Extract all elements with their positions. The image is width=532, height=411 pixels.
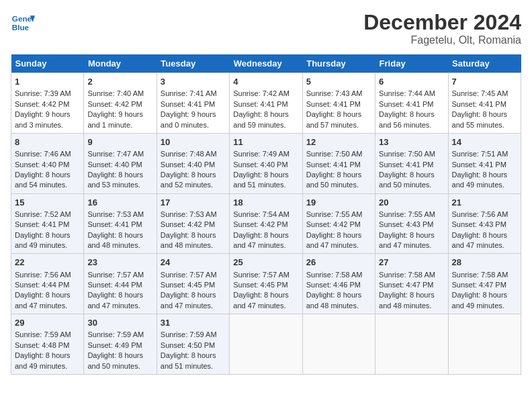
table-row bbox=[448, 314, 521, 375]
table-row: 5Sunrise: 7:43 AMSunset: 4:41 PMDaylight… bbox=[302, 73, 375, 134]
sunrise-text: Sunrise: 7:59 AM bbox=[87, 330, 144, 338]
table-row: 10Sunrise: 7:48 AMSunset: 4:40 PMDayligh… bbox=[157, 133, 229, 193]
sunset-text: Sunset: 4:42 PM bbox=[233, 220, 287, 228]
sunrise-text: Sunrise: 7:58 AM bbox=[452, 271, 508, 279]
daylight-text: Daylight: 8 hours and 47 minutes. bbox=[15, 291, 71, 309]
daylight-text: Daylight: 8 hours and 48 minutes. bbox=[306, 291, 362, 309]
sunrise-text: Sunrise: 7:41 AM bbox=[161, 89, 217, 97]
day-number: 6 bbox=[379, 76, 444, 88]
sunrise-text: Sunrise: 7:55 AM bbox=[306, 210, 363, 218]
sunrise-text: Sunrise: 7:39 AM bbox=[15, 89, 71, 97]
daylight-text: Daylight: 8 hours and 56 minutes. bbox=[379, 110, 435, 128]
day-number: 15 bbox=[15, 197, 80, 209]
table-row: 28Sunrise: 7:58 AMSunset: 4:47 PMDayligh… bbox=[448, 254, 521, 314]
daylight-text: Daylight: 8 hours and 49 minutes. bbox=[15, 351, 71, 369]
sunset-text: Sunset: 4:41 PM bbox=[161, 100, 215, 108]
calendar-week-row: 1Sunrise: 7:39 AMSunset: 4:42 PMDaylight… bbox=[11, 73, 521, 134]
sunset-text: Sunset: 4:44 PM bbox=[15, 281, 69, 289]
daylight-text: Daylight: 8 hours and 59 minutes. bbox=[233, 110, 289, 128]
sunset-text: Sunset: 4:41 PM bbox=[452, 161, 506, 169]
table-row: 26Sunrise: 7:58 AMSunset: 4:46 PMDayligh… bbox=[302, 254, 375, 314]
day-number: 3 bbox=[161, 76, 226, 88]
sunrise-text: Sunrise: 7:53 AM bbox=[87, 210, 144, 218]
sunset-text: Sunset: 4:42 PM bbox=[161, 220, 215, 228]
sunset-text: Sunset: 4:43 PM bbox=[379, 220, 433, 228]
sunset-text: Sunset: 4:45 PM bbox=[161, 281, 215, 289]
sunrise-text: Sunrise: 7:58 AM bbox=[379, 271, 435, 279]
daylight-text: Daylight: 9 hours and 1 minute. bbox=[87, 110, 143, 128]
title-block: December 2024 Fagetelu, Olt, Romania bbox=[363, 11, 521, 46]
table-row: 24Sunrise: 7:57 AMSunset: 4:45 PMDayligh… bbox=[157, 254, 229, 314]
day-number: 22 bbox=[15, 257, 80, 269]
sunrise-text: Sunrise: 7:56 AM bbox=[15, 271, 71, 279]
table-row: 29Sunrise: 7:59 AMSunset: 4:48 PMDayligh… bbox=[11, 314, 84, 375]
table-row: 13Sunrise: 7:50 AMSunset: 4:41 PMDayligh… bbox=[375, 133, 448, 193]
day-number: 28 bbox=[452, 257, 517, 269]
calendar-week-row: 29Sunrise: 7:59 AMSunset: 4:48 PMDayligh… bbox=[11, 314, 521, 375]
table-row: 19Sunrise: 7:55 AMSunset: 4:42 PMDayligh… bbox=[302, 193, 375, 254]
table-row: 20Sunrise: 7:55 AMSunset: 4:43 PMDayligh… bbox=[375, 193, 448, 254]
sunset-text: Sunset: 4:40 PM bbox=[87, 161, 142, 169]
table-row: 3Sunrise: 7:41 AMSunset: 4:41 PMDaylight… bbox=[157, 73, 229, 134]
table-row: 27Sunrise: 7:58 AMSunset: 4:47 PMDayligh… bbox=[375, 254, 448, 314]
sunrise-text: Sunrise: 7:42 AM bbox=[233, 89, 290, 97]
col-sunday: Sunday bbox=[11, 54, 84, 73]
daylight-text: Daylight: 8 hours and 47 minutes. bbox=[306, 231, 362, 249]
page-header: General Blue December 2024 Fagetelu, Olt… bbox=[11, 11, 521, 46]
sunset-text: Sunset: 4:49 PM bbox=[87, 341, 142, 349]
table-row: 4Sunrise: 7:42 AMSunset: 4:41 PMDaylight… bbox=[230, 73, 302, 134]
daylight-text: Daylight: 8 hours and 48 minutes. bbox=[87, 231, 143, 249]
day-number: 4 bbox=[233, 76, 298, 88]
col-friday: Friday bbox=[375, 54, 448, 73]
sunset-text: Sunset: 4:41 PM bbox=[233, 100, 287, 108]
sunset-text: Sunset: 4:42 PM bbox=[87, 100, 142, 108]
day-number: 12 bbox=[306, 136, 371, 148]
daylight-text: Daylight: 8 hours and 50 minutes. bbox=[306, 171, 362, 189]
sunrise-text: Sunrise: 7:54 AM bbox=[233, 210, 290, 218]
sunset-text: Sunset: 4:47 PM bbox=[452, 281, 506, 289]
table-row: 17Sunrise: 7:53 AMSunset: 4:42 PMDayligh… bbox=[157, 193, 229, 254]
daylight-text: Daylight: 8 hours and 47 minutes. bbox=[233, 231, 289, 249]
day-number: 5 bbox=[306, 76, 371, 88]
sunset-text: Sunset: 4:41 PM bbox=[379, 100, 433, 108]
table-row: 7Sunrise: 7:45 AMSunset: 4:41 PMDaylight… bbox=[448, 73, 521, 134]
daylight-text: Daylight: 8 hours and 47 minutes. bbox=[452, 231, 508, 249]
daylight-text: Daylight: 8 hours and 50 minutes. bbox=[379, 171, 435, 189]
sunset-text: Sunset: 4:43 PM bbox=[452, 220, 506, 228]
sunset-text: Sunset: 4:41 PM bbox=[379, 161, 433, 169]
col-saturday: Saturday bbox=[448, 54, 521, 73]
table-row bbox=[302, 314, 375, 375]
day-number: 21 bbox=[452, 197, 517, 209]
sunset-text: Sunset: 4:44 PM bbox=[87, 281, 142, 289]
day-number: 17 bbox=[161, 197, 226, 209]
sunset-text: Sunset: 4:47 PM bbox=[379, 281, 433, 289]
day-number: 30 bbox=[87, 317, 152, 329]
sunset-text: Sunset: 4:45 PM bbox=[233, 281, 287, 289]
daylight-text: Daylight: 8 hours and 57 minutes. bbox=[306, 110, 362, 128]
daylight-text: Daylight: 8 hours and 48 minutes. bbox=[379, 291, 435, 309]
table-row: 22Sunrise: 7:56 AMSunset: 4:44 PMDayligh… bbox=[11, 254, 84, 314]
page-title: December 2024 bbox=[363, 11, 521, 34]
day-number: 23 bbox=[87, 257, 152, 269]
day-number: 20 bbox=[379, 197, 444, 209]
sunrise-text: Sunrise: 7:51 AM bbox=[452, 150, 508, 158]
col-wednesday: Wednesday bbox=[230, 54, 302, 73]
sunrise-text: Sunrise: 7:57 AM bbox=[87, 271, 144, 279]
col-tuesday: Tuesday bbox=[157, 54, 229, 73]
table-row: 9Sunrise: 7:47 AMSunset: 4:40 PMDaylight… bbox=[84, 133, 157, 193]
daylight-text: Daylight: 8 hours and 53 minutes. bbox=[87, 171, 143, 189]
table-row: 18Sunrise: 7:54 AMSunset: 4:42 PMDayligh… bbox=[230, 193, 302, 254]
day-number: 11 bbox=[233, 136, 298, 148]
daylight-text: Daylight: 8 hours and 51 minutes. bbox=[233, 171, 289, 189]
sunset-text: Sunset: 4:41 PM bbox=[87, 220, 142, 228]
calendar-table: Sunday Monday Tuesday Wednesday Thursday… bbox=[11, 54, 521, 375]
table-row: 16Sunrise: 7:53 AMSunset: 4:41 PMDayligh… bbox=[84, 193, 157, 254]
daylight-text: Daylight: 8 hours and 47 minutes. bbox=[379, 231, 435, 249]
daylight-text: Daylight: 8 hours and 48 minutes. bbox=[161, 231, 216, 249]
sunrise-text: Sunrise: 7:59 AM bbox=[15, 330, 71, 338]
day-number: 18 bbox=[233, 197, 298, 209]
sunset-text: Sunset: 4:50 PM bbox=[161, 341, 215, 349]
daylight-text: Daylight: 8 hours and 50 minutes. bbox=[87, 351, 143, 369]
sunrise-text: Sunrise: 7:57 AM bbox=[233, 271, 290, 279]
sunrise-text: Sunrise: 7:47 AM bbox=[87, 150, 144, 158]
